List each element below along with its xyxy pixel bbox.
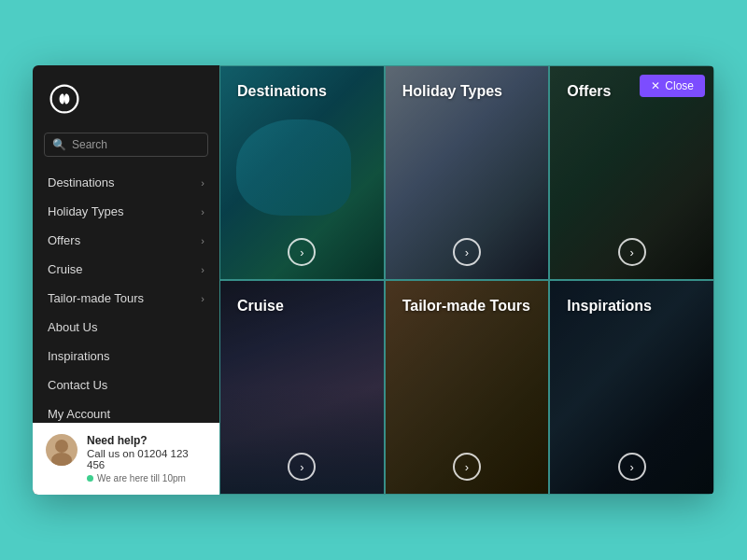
inspirations-label: Inspirations xyxy=(567,298,652,315)
sidebar-item-tailor-made-tours[interactable]: Tailor-made Tours › xyxy=(33,284,219,313)
chevron-right-icon: › xyxy=(201,177,204,189)
status-text: We are here till 10pm xyxy=(97,473,186,483)
svg-point-1 xyxy=(55,440,68,453)
inspirations-arrow: › xyxy=(618,453,646,481)
grid-item-inspirations[interactable]: Inspirations › xyxy=(549,280,714,495)
offers-arrow: › xyxy=(618,238,646,266)
sidebar-item-inspirations[interactable]: Inspirations xyxy=(33,342,219,371)
sidebar-item-label: Inspirations xyxy=(48,349,109,363)
help-phone: Call us on 01204 123 456 xyxy=(87,448,206,470)
modal: 🔍 Search Destinations › Holiday Types › … xyxy=(33,65,714,495)
sidebar-item-my-account[interactable]: My Account xyxy=(33,399,219,423)
avatar xyxy=(46,434,78,466)
main-grid: ✕ Close Destinations › Holiday Types › O… xyxy=(219,65,714,495)
sidebar-item-label: About Us xyxy=(48,320,97,334)
sidebar-item-label: Holiday Types xyxy=(48,204,123,218)
grid-item-destinations[interactable]: Destinations › xyxy=(219,65,385,280)
search-placeholder: Search xyxy=(72,138,107,151)
sidebar-item-label: My Account xyxy=(48,407,110,421)
svg-point-2 xyxy=(51,453,72,466)
tailor-made-arrow: › xyxy=(453,453,481,481)
sidebar-item-about-us[interactable]: About Us xyxy=(33,313,219,342)
close-icon: ✕ xyxy=(651,79,660,92)
close-label: Close xyxy=(665,79,694,92)
sidebar-item-label: Cruise xyxy=(48,262,83,276)
chevron-right-icon: › xyxy=(201,293,204,304)
grid-item-cruise[interactable]: Cruise › xyxy=(219,280,385,495)
offers-label: Offers xyxy=(567,83,611,100)
sidebar-item-contact-us[interactable]: Contact Us xyxy=(33,371,219,399)
status-indicator xyxy=(87,475,93,482)
destinations-label: Destinations xyxy=(237,83,327,100)
grid-item-holiday-types[interactable]: Holiday Types › xyxy=(385,65,550,280)
help-text: Need help? Call us on 01204 123 456 We a… xyxy=(87,434,206,483)
tailor-made-label: Tailor-made Tours xyxy=(402,298,530,315)
destinations-arrow: › xyxy=(288,238,316,266)
sidebar-item-label: Tailor-made Tours xyxy=(48,291,144,305)
holiday-types-label: Holiday Types xyxy=(402,83,502,100)
sidebar-item-cruise[interactable]: Cruise › xyxy=(33,255,219,284)
sidebar-item-destinations[interactable]: Destinations › xyxy=(33,168,219,197)
close-button[interactable]: ✕ Close xyxy=(640,75,705,97)
chevron-right-icon: › xyxy=(201,235,204,246)
help-title: Need help? xyxy=(87,434,206,447)
search-bar[interactable]: 🔍 Search xyxy=(44,133,208,157)
sidebar-item-label: Contact Us xyxy=(48,378,107,392)
logo xyxy=(33,65,219,133)
help-section: Need help? Call us on 01204 123 456 We a… xyxy=(33,423,219,495)
chevron-right-icon: › xyxy=(201,206,204,217)
search-icon: 🔍 xyxy=(52,138,66,151)
holiday-types-arrow: › xyxy=(453,238,481,266)
grid-item-tailor-made[interactable]: Tailor-made Tours › xyxy=(385,280,550,495)
grid-item-offers[interactable]: Offers › xyxy=(549,65,714,280)
help-status: We are here till 10pm xyxy=(87,473,206,483)
chevron-right-icon: › xyxy=(201,264,204,275)
cruise-arrow: › xyxy=(288,453,316,481)
sidebar-item-offers[interactable]: Offers › xyxy=(33,226,219,255)
sidebar-nav: Destinations › Holiday Types › Offers › … xyxy=(33,168,219,423)
sidebar-item-holiday-types[interactable]: Holiday Types › xyxy=(33,197,219,226)
sidebar-item-label: Offers xyxy=(48,233,80,247)
sidebar-item-label: Destinations xyxy=(48,175,115,189)
cruise-label: Cruise xyxy=(237,298,284,315)
sidebar: 🔍 Search Destinations › Holiday Types › … xyxy=(33,65,219,495)
